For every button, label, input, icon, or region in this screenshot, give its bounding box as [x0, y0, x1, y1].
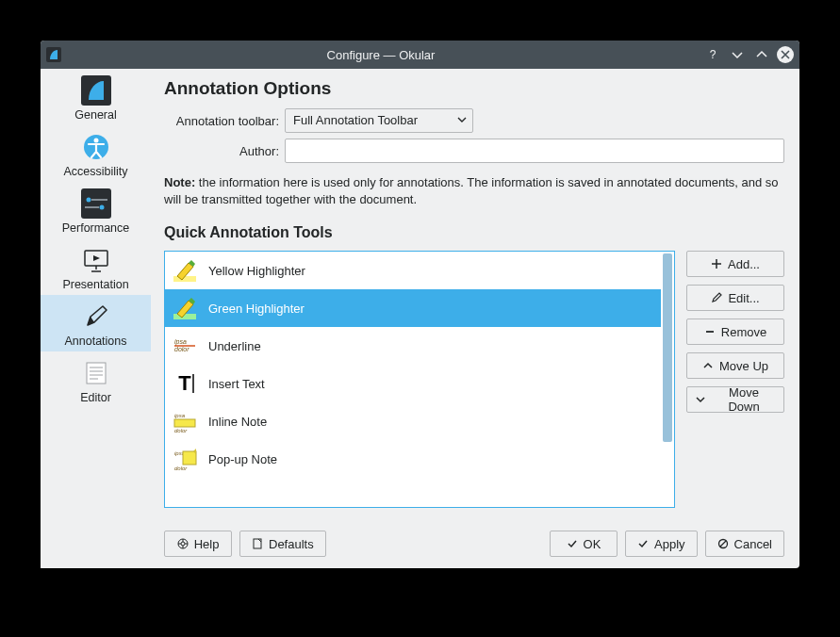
popup-note-icon: ipsadolor: [171, 445, 199, 473]
annotations-page: Annotation Options Annotation toolbar: F…: [151, 69, 799, 568]
author-row: Author:: [164, 139, 784, 163]
annotation-toolbar-label: Annotation toolbar:: [164, 114, 285, 128]
tool-label: Yellow Highlighter: [208, 264, 305, 278]
svg-text:dolor: dolor: [174, 466, 188, 471]
window-title: Configure — Okular: [61, 48, 700, 62]
svg-point-8: [99, 205, 104, 210]
editor-icon: [80, 357, 112, 389]
titlebar: Configure — Okular ?: [41, 41, 799, 69]
author-input[interactable]: [285, 139, 784, 163]
tool-label: Inline Note: [208, 415, 267, 429]
remove-button-label: Remove: [721, 325, 766, 339]
help-titlebutton[interactable]: ?: [703, 45, 722, 64]
help-icon: [177, 538, 189, 549]
annotation-toolbar-value: Full Annotation Toolbar: [285, 108, 473, 133]
svg-text:ipsa: ipsa: [174, 413, 186, 418]
minus-icon: [704, 326, 716, 337]
ok-button-label: OK: [584, 537, 601, 551]
highlighter-yellow-icon: [171, 256, 199, 285]
move-up-button[interactable]: Move Up: [686, 352, 784, 379]
apply-button-label: Apply: [654, 537, 685, 551]
svg-point-6: [86, 198, 91, 203]
pencil-icon: [711, 292, 722, 303]
apply-button[interactable]: Apply: [625, 531, 698, 557]
sidebar-item-label: Editor: [80, 391, 111, 404]
note-body: the information here is used only for an…: [164, 175, 779, 206]
annotations-icon: [80, 301, 112, 333]
document-revert-icon: [252, 538, 263, 549]
move-down-button[interactable]: Move Down: [686, 386, 784, 413]
tool-label: Insert Text: [208, 377, 265, 391]
svg-point-4: [93, 139, 98, 143]
sidebar-item-label: Annotations: [64, 335, 126, 348]
close-button[interactable]: [777, 46, 794, 63]
accessibility-icon: [80, 131, 112, 163]
chevron-down-icon: [695, 394, 706, 405]
svg-rect-13: [87, 363, 106, 384]
tool-row-popup-note[interactable]: ipsadolor Pop-up Note: [165, 440, 661, 478]
annotation-toolbar-combo[interactable]: Full Annotation Toolbar: [285, 108, 473, 133]
sidebar-item-label: Presentation: [62, 278, 128, 291]
tool-row-green-highlighter[interactable]: Green Highlighter: [165, 289, 661, 327]
cancel-icon: [717, 538, 729, 549]
help-button-label: Help: [194, 537, 220, 551]
insert-text-icon: T: [171, 369, 199, 398]
performance-icon: [80, 188, 112, 220]
svg-point-33: [181, 542, 185, 546]
app-icon: [46, 47, 61, 62]
tool-row-insert-text[interactable]: T Insert Text: [165, 365, 661, 402]
quick-tools-list[interactable]: Yellow Highlighter Green Highlighter ips…: [164, 251, 675, 508]
scrollbar-thumb[interactable]: [663, 253, 672, 442]
svg-text:dolor: dolor: [174, 428, 188, 433]
author-label: Author:: [164, 144, 285, 158]
sidebar-item-annotations[interactable]: Annotations: [41, 295, 151, 351]
edit-button[interactable]: Edit...: [686, 285, 784, 311]
plus-icon: [711, 258, 722, 270]
add-button[interactable]: Add...: [686, 251, 784, 277]
tool-row-inline-note[interactable]: ipsadolor Inline Note: [165, 402, 661, 440]
category-sidebar: General Accessibility Performance Presen…: [41, 69, 151, 568]
tool-actions: Add... Edit... Remove Move Up: [686, 251, 784, 508]
note-prefix: Note:: [164, 175, 195, 189]
maximize-button[interactable]: [752, 45, 771, 64]
minimize-button[interactable]: [728, 45, 747, 64]
cancel-button[interactable]: Cancel: [705, 531, 784, 557]
sidebar-item-general[interactable]: General: [41, 69, 151, 125]
configure-dialog: Configure — Okular ? General Accessibili…: [41, 41, 799, 568]
defaults-button[interactable]: Defaults: [239, 531, 326, 557]
move-up-label: Move Up: [719, 359, 768, 373]
svg-text:dolor: dolor: [174, 346, 189, 352]
help-button[interactable]: Help: [164, 531, 232, 557]
underline-icon: ipsadolor: [171, 332, 199, 360]
svg-text:ipsa: ipsa: [174, 338, 187, 346]
svg-rect-29: [183, 451, 196, 465]
ok-button[interactable]: OK: [550, 531, 618, 557]
sidebar-item-editor[interactable]: Editor: [41, 351, 151, 408]
dialog-buttonbox: Help Defaults OK Apply Cancel: [151, 521, 798, 566]
annotation-toolbar-row: Annotation toolbar: Full Annotation Tool…: [164, 108, 784, 133]
highlighter-green-icon: [171, 294, 199, 322]
tool-row-yellow-highlighter[interactable]: Yellow Highlighter: [165, 252, 661, 289]
sidebar-item-performance[interactable]: Performance: [41, 182, 151, 238]
presentation-icon: [80, 244, 112, 276]
note-text: Note: the information here is used only …: [164, 174, 784, 207]
tool-label: Underline: [208, 339, 261, 353]
sidebar-item-presentation[interactable]: Presentation: [41, 238, 151, 295]
svg-line-40: [720, 541, 726, 547]
tool-row-underline[interactable]: ipsadolor Underline: [165, 327, 661, 365]
remove-button[interactable]: Remove: [686, 318, 784, 345]
quick-tools-title: Quick Annotation Tools: [164, 224, 784, 241]
check-icon: [637, 538, 649, 549]
svg-text:T: T: [178, 371, 191, 395]
inline-note-icon: ipsadolor: [171, 407, 199, 435]
sidebar-item-accessibility[interactable]: Accessibility: [41, 125, 151, 182]
sidebar-item-label: General: [74, 108, 116, 122]
svg-rect-5: [81, 188, 111, 219]
edit-button-label: Edit...: [728, 291, 759, 305]
chevron-up-icon: [702, 360, 714, 371]
sidebar-item-label: Performance: [62, 221, 130, 235]
svg-rect-26: [174, 419, 195, 427]
tool-label: Green Highlighter: [208, 302, 305, 316]
check-icon: [567, 538, 578, 549]
okular-icon: [80, 74, 112, 106]
